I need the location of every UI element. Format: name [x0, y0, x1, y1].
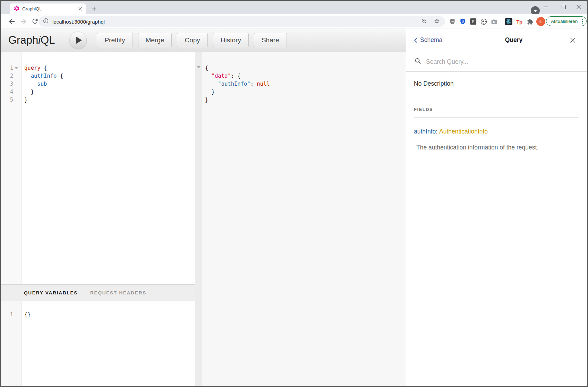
window-close-button[interactable] [573, 3, 584, 11]
svg-text:P: P [472, 19, 474, 24]
variables-tab-bar: QUERY VARIABLES REQUEST HEADERS [1, 284, 195, 301]
graphiql-logo: GraphiQL [8, 34, 55, 46]
p-extension-icon[interactable]: P [469, 18, 477, 25]
extensions-puzzle-icon[interactable] [526, 18, 534, 25]
graphql-favicon-icon [14, 6, 19, 12]
doc-close-icon[interactable] [569, 36, 577, 44]
doc-explorer: Schema Query No Description FIELDS authI… [406, 28, 587, 386]
query-editor-pane: 12345 query { authInfo { sub }} QUERY VA… [1, 52, 195, 386]
fold-marker-icon[interactable] [197, 66, 201, 68]
svg-text:UO: UO [451, 20, 454, 23]
crosshair-extension-icon[interactable] [480, 18, 487, 25]
browser-toolbar: localhost:3000/graphql UO U P Tp [1, 14, 587, 28]
profile-avatar[interactable]: L [536, 17, 545, 26]
window-minimize-button[interactable] [540, 3, 551, 11]
tab-strip: GraphiQL [1, 1, 587, 14]
result-pane: { "data": { "authInfo": null }} [202, 52, 406, 386]
page-info-icon[interactable] [43, 18, 49, 25]
doc-field-row: authInfo: AuthenticationInfo [414, 128, 579, 135]
browser-window: GraphiQL localhost:3000/gra [0, 0, 588, 387]
url-text[interactable]: localhost:3000/graphql [52, 19, 421, 25]
doc-back-link[interactable]: Schema [412, 36, 442, 44]
field-name-link[interactable]: authInfo [414, 128, 436, 135]
execute-query-button[interactable] [69, 32, 87, 49]
tab-close-icon[interactable] [77, 6, 83, 12]
bitwarden-extension-icon[interactable]: U [459, 18, 467, 25]
share-button[interactable]: Share [254, 33, 287, 47]
back-button-icon[interactable] [8, 17, 16, 26]
variables-editor-gutter: 1 [1, 301, 22, 386]
result-viewer-code: { "data": { "authInfo": null }} [202, 52, 406, 104]
play-icon [76, 37, 82, 44]
copy-button[interactable]: Copy [177, 33, 207, 47]
variables-editor-code[interactable]: {} [22, 301, 195, 386]
history-button[interactable]: History [213, 33, 249, 47]
browser-update-button[interactable]: Aktualisieren [546, 16, 587, 26]
field-description: The authentication information of the re… [414, 144, 579, 151]
chrome-menu-icon[interactable] [580, 19, 584, 24]
bookmark-star-icon[interactable] [434, 18, 440, 26]
doc-body: No Description FIELDS authInfo: Authenti… [406, 72, 587, 151]
forward-button-icon[interactable] [19, 17, 28, 26]
fields-section-label: FIELDS [414, 107, 579, 118]
doc-title: Query [488, 36, 540, 44]
query-editor-gutter: 12345 [1, 52, 22, 284]
browser-tab[interactable]: GraphiQL [10, 3, 86, 14]
update-label: Aktualisieren [551, 19, 578, 24]
search-icon [415, 58, 421, 66]
prettify-button[interactable]: Prettify [97, 33, 133, 47]
doc-search-row [406, 52, 587, 72]
svg-text:U: U [462, 20, 464, 23]
doc-explorer-header: Schema Query [406, 28, 587, 52]
tp-extension-icon[interactable]: Tp [515, 18, 523, 25]
field-colon: : [436, 128, 437, 135]
field-type-link[interactable]: AuthenticationInfo [439, 128, 488, 135]
type-description: No Description [414, 80, 579, 87]
doc-back-label: Schema [420, 36, 442, 44]
tab-request-headers[interactable]: REQUEST HEADERS [90, 290, 146, 295]
merge-button[interactable]: Merge [138, 33, 172, 47]
tab-query-variables[interactable]: QUERY VARIABLES [24, 290, 78, 295]
query-editor-code[interactable]: query { authInfo { sub }} [22, 52, 195, 284]
graphiql-main: GraphiQL Prettify Merge Copy History Sha… [1, 28, 406, 386]
camera-extension-icon[interactable] [490, 18, 498, 25]
address-bar[interactable]: localhost:3000/graphql [39, 16, 445, 27]
window-maximize-button[interactable] [559, 3, 569, 11]
result-fold-gutter [195, 52, 202, 386]
tab-title: GraphiQL [22, 6, 77, 11]
react-devtools-extension-icon[interactable] [505, 18, 512, 25]
new-tab-button[interactable] [91, 6, 97, 12]
ublock-extension-icon[interactable]: UO [449, 18, 456, 25]
chevron-left-icon [412, 37, 419, 44]
zoom-icon[interactable] [421, 18, 427, 26]
graphiql-topbar: GraphiQL Prettify Merge Copy History Sha… [1, 28, 406, 52]
doc-search-input[interactable] [426, 58, 558, 66]
